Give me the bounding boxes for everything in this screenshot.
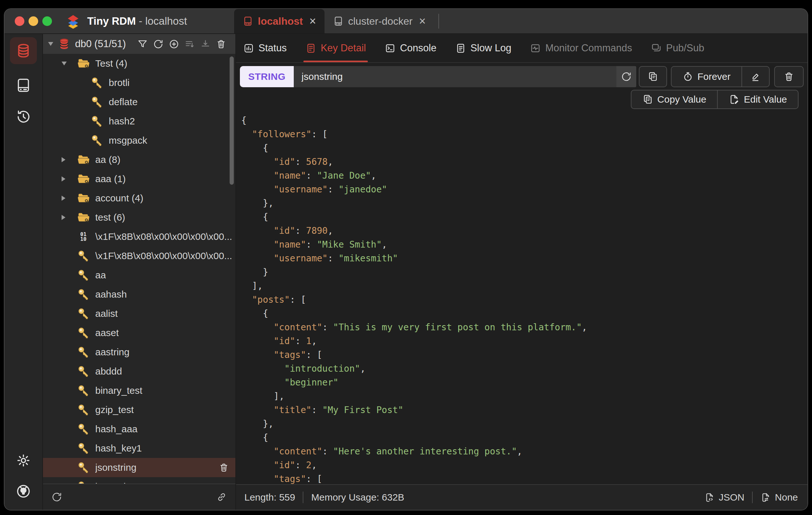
chevron-right-icon[interactable] <box>62 215 65 220</box>
file-convert-icon <box>760 492 771 503</box>
chevron-down-icon[interactable] <box>62 62 67 65</box>
settings-button[interactable] <box>10 447 37 474</box>
tree-item-hash_aaa[interactable]: hash_aaa <box>43 420 235 439</box>
tree-item-account4[interactable]: account (4) <box>43 189 235 208</box>
status-bar: Length: 559 Memory Usage: 632B JSON None <box>236 484 808 510</box>
tree-item-aaa1[interactable]: aaa (1) <box>43 169 235 189</box>
tree-item-deflate[interactable]: deflate <box>43 92 235 112</box>
decode-select[interactable]: None <box>760 492 798 503</box>
view-format-select[interactable]: JSON <box>704 492 744 503</box>
filter-icon[interactable] <box>137 39 148 49</box>
connection-tabs: localhost×cluster-docker× <box>234 9 439 33</box>
tree-item-aaset[interactable]: aaset <box>43 323 235 342</box>
server-icon <box>242 16 253 27</box>
tree-item-hash_key1[interactable]: hash_key1 <box>43 439 235 458</box>
reload-key-button[interactable] <box>616 66 636 87</box>
tree-item-label: aa <box>95 270 106 281</box>
tree-item-hash2[interactable]: hash2 <box>43 112 235 131</box>
tree-scrollbar[interactable] <box>230 56 234 185</box>
nav-history-button[interactable] <box>10 103 37 130</box>
key-icon <box>76 365 90 378</box>
tree-item-label: aa (8) <box>95 154 120 165</box>
tree-item-gzip_test[interactable]: gzip_test <box>43 400 235 420</box>
add-key-icon[interactable] <box>169 39 179 49</box>
json-line: "posts": [ <box>241 293 808 307</box>
tree-item-Test4[interactable]: Test (4) <box>43 54 235 73</box>
github-button[interactable] <box>10 478 37 505</box>
close-icon[interactable]: × <box>419 16 426 27</box>
chevron-right-icon[interactable] <box>62 196 65 201</box>
json-line: { <box>241 431 808 445</box>
chevron-right-icon[interactable] <box>62 176 65 181</box>
zoom-window-button[interactable] <box>42 16 52 26</box>
connection-tab-localhost[interactable]: localhost× <box>234 9 324 33</box>
delete-key-button[interactable] <box>774 66 804 87</box>
json-line: { <box>241 210 808 224</box>
tree-item-aastring[interactable]: aastring <box>43 342 235 362</box>
close-window-button[interactable] <box>15 16 24 26</box>
tab-slow-log[interactable]: Slow Log <box>455 34 512 62</box>
decode-value: None <box>775 492 798 503</box>
delete-db-icon[interactable] <box>216 39 226 49</box>
rename-key-button[interactable] <box>742 66 770 87</box>
tree-item-abddd[interactable]: abddd <box>43 362 235 381</box>
chevron-down-icon[interactable] <box>48 42 53 46</box>
tree-item-msgpack[interactable]: msgpack <box>43 131 235 150</box>
key-icon <box>76 268 90 282</box>
key-icon <box>76 422 90 436</box>
json-line: "id": 7890, <box>241 224 808 238</box>
tree-item-label: aaa (1) <box>95 173 126 184</box>
tree-item-jsonstring[interactable]: jsonstring <box>43 458 235 477</box>
chevron-right-icon[interactable] <box>62 157 65 162</box>
tree-item-jsonstring2[interactable]: jsonstring2 <box>43 477 235 484</box>
trash-icon[interactable] <box>219 462 229 473</box>
key-icon <box>76 345 90 359</box>
tab-console[interactable]: Console <box>384 34 436 62</box>
copy-value-button[interactable]: Copy Value <box>631 90 717 109</box>
tab-status[interactable]: Status <box>243 34 287 62</box>
copy-key-name-button[interactable] <box>639 66 667 87</box>
tree-item-x1Fx8Bx08x00x00x00x00[interactable]: 0110\x1F\x8B\x08\x00\x00\x00\x00... <box>43 227 235 246</box>
json-line: ], <box>241 279 808 293</box>
tab-key-detail[interactable]: Key Detail <box>305 34 366 62</box>
key-icon <box>76 326 90 340</box>
ttl-button[interactable]: Forever <box>671 66 742 87</box>
tree-item-label: abddd <box>95 366 122 377</box>
edit-value-button[interactable]: Edit Value <box>717 90 799 109</box>
tree-item-aa[interactable]: aa <box>43 265 235 285</box>
key-icon <box>76 249 90 263</box>
minimize-window-button[interactable] <box>29 16 38 26</box>
refresh-icon[interactable] <box>153 39 164 49</box>
sort-icon[interactable] <box>184 39 195 49</box>
tab-monitor-commands[interactable]: Monitor Commands <box>530 34 632 62</box>
caret-box <box>62 176 76 181</box>
copy-icon <box>647 71 658 82</box>
connection-tab-cluster-docker[interactable]: cluster-docker× <box>324 9 434 33</box>
json-line: { <box>241 307 808 320</box>
import-icon[interactable] <box>200 39 211 49</box>
ttl-edit-group: Forever <box>671 66 770 87</box>
key-icon <box>90 114 104 128</box>
json-line: "content": "This is my very first post o… <box>241 320 808 334</box>
tree-item-brotli[interactable]: brotli <box>43 73 235 92</box>
nav-database-button[interactable] <box>10 37 37 64</box>
tree-item-test6[interactable]: test (6) <box>43 208 235 227</box>
tab-pub-sub[interactable]: Pub/Sub <box>651 34 704 62</box>
key-name-input[interactable] <box>294 66 616 87</box>
db-header-row[interactable]: db0 (51/51) <box>43 34 235 54</box>
tree-item-aahash[interactable]: aahash <box>43 285 235 304</box>
app-logo-icon <box>65 13 82 29</box>
keydetail-icon <box>305 42 317 54</box>
value-viewer[interactable]: { "followers": [ { "id": 5678, "name": "… <box>236 109 808 484</box>
tree-item-x1Fx8Bx08x00x00x00x00[interactable]: \x1F\x8B\x08\x00\x00\x00\x00... <box>43 246 235 265</box>
nav-server-button[interactable] <box>10 72 37 99</box>
tab-label: Key Detail <box>321 42 366 54</box>
folder-key-icon <box>76 153 90 166</box>
link-icon[interactable] <box>216 492 227 503</box>
tree-item-binary_test[interactable]: binary_test <box>43 381 235 400</box>
close-icon[interactable]: × <box>309 16 316 27</box>
tree-item-aa8[interactable]: aa (8) <box>43 150 235 169</box>
key-tree: Test (4)brotlideflatehash2msgpackaa (8)a… <box>43 54 235 484</box>
reload-keys-icon[interactable] <box>51 492 62 503</box>
tree-item-aalist[interactable]: aalist <box>43 304 235 323</box>
